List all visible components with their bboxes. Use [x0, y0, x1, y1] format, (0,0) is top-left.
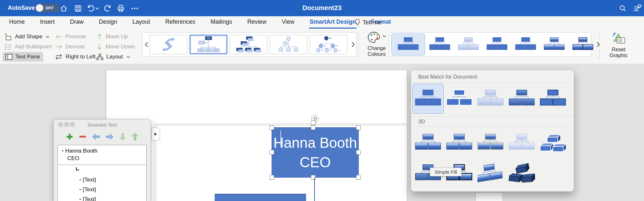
text-pane-branch-marker: ┗▪ — [58, 165, 146, 174]
style-6[interactable] — [540, 34, 568, 55]
tab-home[interactable]: Home — [8, 16, 25, 29]
org-connector-line — [314, 177, 315, 201]
demote-button[interactable]: Demote — [55, 43, 85, 51]
add-bulletpoint-label: Add Bulletpoint — [15, 44, 52, 50]
panel-3d-sunset[interactable] — [506, 128, 537, 158]
tab-review[interactable]: Review — [247, 16, 267, 29]
tab-insert[interactable]: Insert — [39, 16, 55, 29]
panel-3d-metallic[interactable] — [475, 128, 506, 158]
move-item-down-button[interactable] — [119, 133, 126, 141]
text-pane-title: SmartArt Text — [54, 122, 151, 128]
text-pane-icon — [5, 54, 12, 60]
move-up-button[interactable]: Move Up — [96, 32, 128, 41]
selection-handle-left[interactable] — [270, 150, 274, 155]
style-gallery — [389, 32, 591, 57]
text-pane-entry[interactable]: ▪Hanna BoothCEO — [58, 145, 147, 165]
style-2[interactable] — [426, 34, 454, 55]
panel-3d-brick-scene[interactable] — [537, 128, 569, 158]
add-bulletpoint-button[interactable]: Add Bulletpoint — [5, 43, 52, 51]
text-pane-button[interactable]: Text Pane — [3, 52, 43, 62]
panel-intense-effect[interactable] — [537, 84, 569, 114]
move-down-button[interactable]: Move Down — [96, 43, 135, 51]
add-shape-button[interactable]: Add Shape — [5, 32, 49, 41]
search-icon[interactable] — [618, 4, 627, 13]
selection-handle-bottom-left[interactable] — [270, 175, 274, 180]
promote-button[interactable]: Promote — [55, 32, 86, 41]
people-icon[interactable] — [633, 4, 642, 13]
tab-references[interactable]: References — [165, 16, 196, 29]
layout-organisation-chart[interactable] — [190, 35, 227, 54]
panel-subtle-effect[interactable] — [475, 84, 506, 114]
tab-mailings[interactable]: Mailings — [210, 16, 233, 29]
demote-item-button[interactable] — [106, 133, 114, 140]
smartart-shape-child[interactable] — [215, 194, 306, 201]
change-colours-label: Change — [364, 45, 390, 51]
style-5[interactable] — [512, 34, 540, 55]
layout-button[interactable]: Layout — [96, 53, 130, 61]
tab-view[interactable]: View — [281, 16, 295, 29]
tab-smartart-design[interactable]: SmartArt Design — [309, 16, 356, 29]
add-shape-icon — [5, 33, 12, 41]
move-down-arrow-icon — [96, 43, 103, 50]
gallery-scroll-left-icon[interactable] — [143, 42, 150, 47]
smartart-design-ribbon: Add Shape Add Bulletpoint Text Pane Prom… — [0, 29, 644, 64]
add-shape-label: Add Shape — [15, 33, 42, 40]
promote-label: Promote — [65, 33, 86, 40]
move-item-up-button[interactable] — [132, 133, 138, 141]
change-colours-button[interactable]: Change Colours — [364, 31, 390, 57]
tell-me-control[interactable]: Tell me — [355, 16, 381, 29]
selection-handle-stem[interactable] — [311, 120, 315, 125]
reset-graphic-button[interactable]: Reset Graphic — [604, 31, 633, 58]
panel-3d-birds-eye[interactable] — [475, 158, 506, 188]
tab-layout[interactable]: Layout — [132, 16, 151, 29]
panel-3d-cartoon[interactable] — [506, 158, 537, 188]
reset-graphic-label: Reset — [604, 47, 633, 53]
add-item-button[interactable] — [66, 133, 73, 140]
panel-3d-inset[interactable] — [444, 128, 475, 158]
layout-picture-organisation-chart[interactable] — [230, 35, 267, 54]
layout-circle-organisation-chart[interactable] — [310, 35, 347, 54]
text-pane-placeholder-item[interactable]: ▪[Text] — [58, 183, 146, 193]
chevron-down-icon — [382, 35, 386, 37]
shape-name-text: Hanna Booth — [274, 135, 357, 151]
best-match-section-header: Best Match for Document — [418, 74, 477, 80]
selection-handle-top[interactable] — [311, 125, 315, 130]
text-pane-toolbar — [54, 131, 151, 142]
style-simple-fill[interactable] — [391, 33, 425, 56]
tab-draw[interactable]: Draw — [69, 16, 84, 29]
smartart-shape-partial[interactable] — [476, 192, 503, 201]
add-bulletpoint-icon — [5, 44, 12, 50]
palette-icon — [367, 31, 381, 44]
chevron-down-icon — [127, 56, 130, 58]
panel-moderate-effect[interactable] — [506, 84, 537, 114]
chevron-down-icon — [46, 36, 49, 38]
text-pane-placeholder-item[interactable]: ▪[Text] — [58, 193, 146, 201]
panel-white-outline[interactable] — [444, 84, 475, 114]
gallery-scroll-right-icon[interactable] — [350, 42, 356, 47]
layout-hierarchy-circles[interactable] — [270, 35, 307, 54]
promote-item-button[interactable] — [92, 133, 100, 140]
style-4[interactable] — [483, 34, 511, 55]
document-canvas: Hanna Booth CEO SmartArt Text — [0, 64, 644, 201]
smartart-text-pane: SmartArt Text ▪Hanna BoothCEO┗▪▪[Text]▪[… — [53, 119, 151, 201]
layout-cycle[interactable] — [150, 35, 187, 54]
text-pane-collapse-toggle[interactable] — [151, 128, 160, 141]
panel-3d-polished[interactable] — [412, 128, 444, 158]
smartart-frame-top-border[interactable] — [155, 124, 407, 124]
tab-design[interactable]: Design — [98, 16, 118, 29]
move-up-arrow-icon — [96, 33, 103, 40]
right-to-left-label: Right to Left — [66, 54, 96, 60]
style-3[interactable] — [454, 34, 482, 55]
selection-handle-top-left[interactable] — [270, 125, 274, 130]
selection-handle-top-right[interactable] — [356, 125, 361, 130]
smartart-shape-ceo[interactable]: Hanna Booth CEO — [272, 127, 359, 178]
panel-simple-fill[interactable] — [412, 84, 444, 114]
style-7[interactable] — [569, 34, 597, 55]
selection-handle-right[interactable] — [356, 150, 361, 155]
remove-item-button[interactable] — [79, 135, 86, 138]
right-to-left-button[interactable]: Right to Left — [55, 53, 96, 61]
move-up-label: Move Up — [106, 33, 128, 40]
text-pane-placeholder-item[interactable]: ▪[Text] — [58, 174, 146, 183]
selection-handle-bottom-right[interactable] — [356, 175, 361, 180]
swap-arrows-icon — [55, 54, 63, 60]
